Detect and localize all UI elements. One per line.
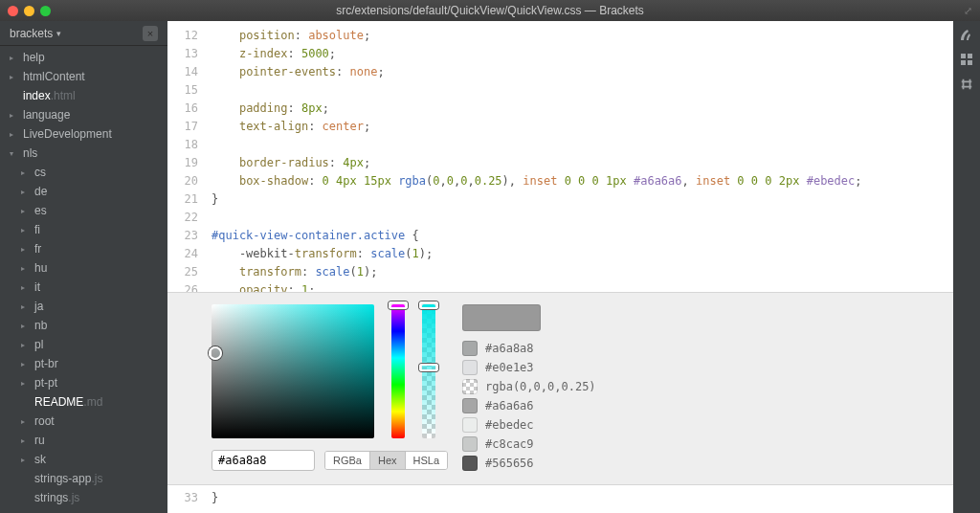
project-name: brackets xyxy=(10,27,53,40)
swatch-row[interactable]: #565656 xyxy=(462,456,596,471)
hash-icon[interactable] xyxy=(959,77,974,92)
swatch-label: #e0e1e3 xyxy=(485,360,534,375)
swatch-chip xyxy=(462,398,478,413)
swatch-label: rgba(0,0,0,0.25) xyxy=(485,379,596,394)
swatch-label: #565656 xyxy=(485,456,534,471)
expand-icon[interactable]: ⤢ xyxy=(964,5,972,17)
tree-item-label: nb xyxy=(34,319,47,332)
folder-item[interactable]: sk xyxy=(0,450,167,469)
folder-item[interactable]: htmlContent xyxy=(0,67,167,86)
folder-item[interactable]: root xyxy=(0,412,167,431)
sidebar-close-button[interactable]: × xyxy=(143,26,158,41)
swatch-chip xyxy=(462,360,478,375)
alpha-handle[interactable] xyxy=(419,364,438,371)
file-item[interactable]: strings.js xyxy=(0,488,167,507)
file-item[interactable]: strings-app.js xyxy=(0,469,167,488)
folder-item[interactable]: ja xyxy=(0,297,167,316)
svg-rect-0 xyxy=(961,54,966,58)
folder-item[interactable]: it xyxy=(0,278,167,297)
folder-item[interactable]: hu xyxy=(0,258,167,278)
live-preview-icon[interactable] xyxy=(959,27,974,42)
format-hex-button[interactable]: Hex xyxy=(369,452,405,469)
chevron-down-icon: ▾ xyxy=(56,29,61,38)
tree-item-label: pt-br xyxy=(34,357,58,370)
line-gutter: 1213141516171819202122232425262728293031… xyxy=(167,21,206,292)
tree-item-label: help xyxy=(23,51,45,64)
alpha-slider[interactable] xyxy=(422,304,435,438)
tree-item-label: README xyxy=(34,395,83,409)
folder-item[interactable]: pt-pt xyxy=(0,373,167,392)
swatch-label: #a6a6a6 xyxy=(485,398,534,413)
tree-item-label: root xyxy=(34,414,55,428)
file-extension: .js xyxy=(68,491,79,504)
format-rgba-button[interactable]: RGBa xyxy=(325,452,369,469)
tree-item-label: de xyxy=(34,185,47,198)
file-item[interactable]: index.html xyxy=(0,86,167,105)
swatch-row[interactable]: #c8cac9 xyxy=(462,436,596,452)
minimize-window-icon[interactable] xyxy=(24,6,34,16)
folder-item[interactable]: language xyxy=(0,105,167,124)
tree-item-label: pt-pt xyxy=(34,376,57,390)
sv-handle[interactable] xyxy=(209,346,222,360)
swatch-chip xyxy=(462,341,478,356)
color-format-toggle[interactable]: RGBaHexHSLa xyxy=(324,451,448,470)
zoom-window-icon[interactable] xyxy=(40,6,51,16)
swatch-row[interactable]: #a6a6a6 xyxy=(462,398,596,413)
swatch-row[interactable]: #e0e1e3 xyxy=(462,360,596,375)
swatch-chip xyxy=(462,456,478,471)
sidebar-header[interactable]: brackets ▾ × xyxy=(0,21,167,46)
swatch-row[interactable]: #a6a8a8 xyxy=(462,341,596,356)
swatch-row[interactable]: #ebedec xyxy=(462,417,596,433)
swatch-chip xyxy=(462,417,478,433)
tree-item-label: LiveDevelopment xyxy=(23,127,112,141)
swatch-label: #ebedec xyxy=(485,417,534,433)
tree-item-label: fi xyxy=(34,223,40,236)
code-content[interactable]: } xyxy=(206,485,953,513)
tree-item-label: ru xyxy=(34,434,45,447)
tree-item-label: nls xyxy=(23,146,37,160)
hue-handle[interactable] xyxy=(389,301,408,309)
color-value-input[interactable] xyxy=(212,450,315,471)
file-item[interactable]: README.md xyxy=(0,392,167,412)
folder-item[interactable]: LiveDevelopment xyxy=(0,124,167,144)
tree-item-label: pl xyxy=(34,338,43,351)
folder-item[interactable]: nb xyxy=(0,316,167,335)
extensions-icon[interactable] xyxy=(959,52,974,67)
tree-item-label: strings xyxy=(34,491,68,504)
window-title: src/extensions/default/QuickView/QuickVi… xyxy=(336,4,644,17)
tree-item-label: strings-app xyxy=(34,472,91,485)
hue-slider[interactable] xyxy=(391,304,405,438)
format-hsla-button[interactable]: HSLa xyxy=(405,452,448,469)
folder-item[interactable]: fi xyxy=(0,220,167,239)
file-tree[interactable]: helphtmlContentindex.htmllanguageLiveDev… xyxy=(0,46,167,513)
folder-item[interactable]: nls xyxy=(0,144,167,163)
code-content[interactable]: position: absolute; z-index: 5000; point… xyxy=(206,21,953,292)
swatch-row[interactable]: rgba(0,0,0,0.25) xyxy=(462,379,596,394)
file-extension: .html xyxy=(51,89,76,102)
folder-item[interactable]: pt-br xyxy=(0,354,167,373)
tree-item-label: sk xyxy=(34,453,46,466)
saturation-value-picker[interactable] xyxy=(212,304,374,438)
line-gutter: 33 xyxy=(167,485,206,513)
swatch-label: #c8cac9 xyxy=(485,436,534,452)
color-preview-chip xyxy=(462,304,541,331)
sidebar: brackets ▾ × helphtmlContentindex.htmlla… xyxy=(0,21,167,513)
tree-item-label: fr xyxy=(34,242,41,256)
svg-rect-3 xyxy=(968,60,972,65)
close-window-icon[interactable] xyxy=(8,6,18,16)
tree-item-label: htmlContent xyxy=(23,70,85,83)
inline-color-editor: × #a6a8a8#e0e1e3rgba(0,0,0,0.25)#a6a6a6#… xyxy=(167,292,953,485)
alpha-handle-top[interactable] xyxy=(419,301,438,309)
folder-item[interactable]: es xyxy=(0,201,167,220)
folder-item[interactable]: help xyxy=(0,48,167,67)
folder-item[interactable]: fr xyxy=(0,239,167,258)
tree-item-label: ja xyxy=(34,300,43,313)
folder-item[interactable]: pl xyxy=(0,335,167,354)
folder-item[interactable]: cs xyxy=(0,163,167,182)
tree-item-label: hu xyxy=(34,261,47,275)
window-titlebar: src/extensions/default/QuickView/QuickVi… xyxy=(0,0,980,21)
tree-item-label: it xyxy=(34,280,40,294)
folder-item[interactable]: de xyxy=(0,182,167,201)
editor[interactable]: 1213141516171819202122232425262728293031… xyxy=(167,21,953,513)
folder-item[interactable]: ru xyxy=(0,431,167,450)
